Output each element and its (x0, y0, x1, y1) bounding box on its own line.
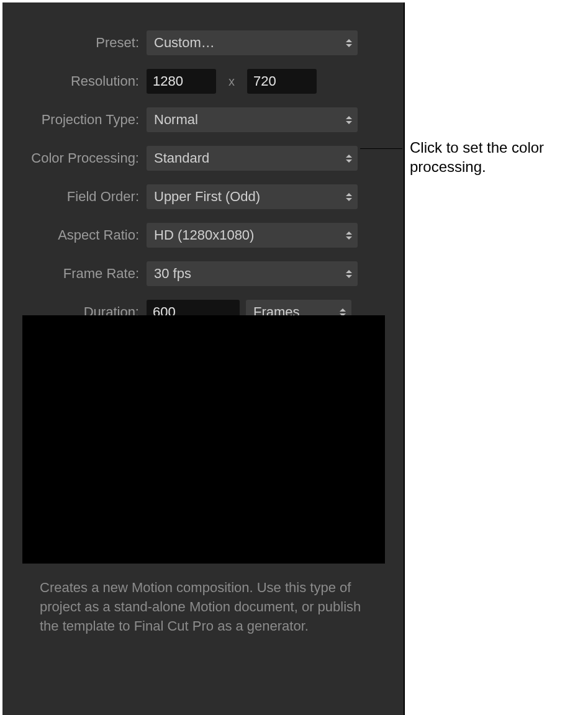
color-processing-label: Color Processing: (2, 150, 147, 166)
color-processing-select[interactable]: Standard (147, 146, 358, 171)
callout-leader-line (360, 148, 402, 149)
field-order-select[interactable]: Upper First (Odd) (147, 184, 358, 209)
projection-type-value: Normal (154, 112, 198, 128)
aspect-ratio-label: Aspect Ratio: (2, 227, 147, 243)
row-aspect-ratio: Aspect Ratio: HD (1280x1080) (2, 216, 404, 254)
preset-value: Custom… (154, 35, 215, 51)
resolution-separator: x (222, 74, 241, 89)
preset-select[interactable]: Custom… (147, 30, 358, 55)
field-order-value: Upper First (Odd) (154, 189, 260, 205)
row-projection-type: Projection Type: Normal (2, 101, 404, 139)
resolution-label: Resolution: (2, 73, 147, 89)
preview-area (22, 315, 385, 564)
frame-rate-value: 30 fps (154, 266, 191, 282)
project-settings-panel: Preset: Custom… Resolution: x (2, 2, 405, 715)
resolution-width-input[interactable] (147, 69, 216, 94)
updown-arrows-icon (344, 189, 354, 204)
updown-arrows-icon (344, 35, 354, 50)
updown-arrows-icon (344, 266, 354, 281)
projection-type-label: Projection Type: (2, 112, 147, 128)
settings-form: Preset: Custom… Resolution: x (2, 24, 404, 331)
frame-rate-select[interactable]: 30 fps (147, 261, 358, 286)
resolution-height-input[interactable] (247, 69, 317, 94)
preset-label: Preset: (2, 35, 147, 51)
updown-arrows-icon (344, 151, 354, 166)
color-processing-value: Standard (154, 150, 209, 166)
aspect-ratio-select[interactable]: HD (1280x1080) (147, 223, 358, 248)
field-order-label: Field Order: (2, 189, 147, 205)
frame-rate-label: Frame Rate: (2, 266, 147, 282)
row-field-order: Field Order: Upper First (Odd) (2, 178, 404, 216)
row-frame-rate: Frame Rate: 30 fps (2, 254, 404, 293)
aspect-ratio-value: HD (1280x1080) (154, 227, 254, 243)
updown-arrows-icon (344, 112, 354, 127)
project-description: Creates a new Motion composition. Use th… (40, 578, 363, 636)
row-color-processing: Color Processing: Standard (2, 139, 404, 178)
callout-text: Click to set the color processing. (410, 138, 577, 176)
projection-type-select[interactable]: Normal (147, 107, 358, 132)
updown-arrows-icon (344, 228, 354, 243)
row-resolution: Resolution: x (2, 62, 404, 101)
row-preset: Preset: Custom… (2, 24, 404, 62)
